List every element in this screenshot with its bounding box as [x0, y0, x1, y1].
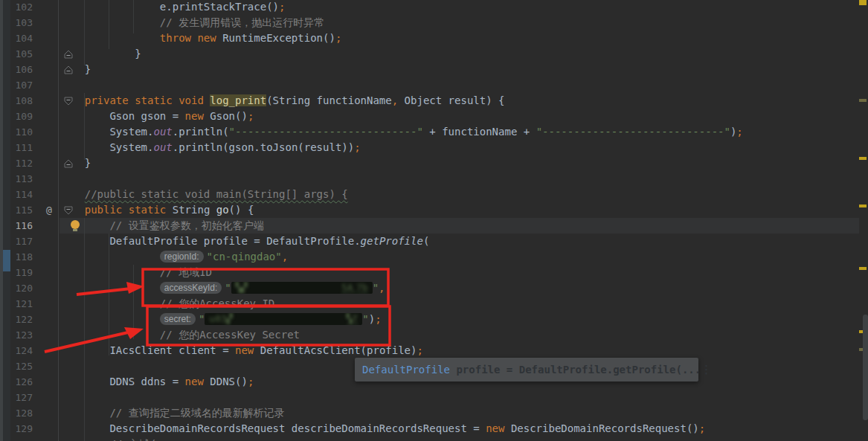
line-number[interactable]: 112 — [10, 155, 33, 171]
code-line[interactable]: // 主域名 — [60, 437, 160, 441]
code-token: Gson gson = — [109, 110, 184, 122]
code-line[interactable]: System.out.println("--------------------… — [60, 124, 743, 140]
code-token: ) — [369, 313, 375, 325]
code-token: ; — [375, 313, 381, 325]
code-token: DescribeDomainRecordsRequest() — [504, 422, 698, 434]
line-number[interactable]: 124 — [10, 343, 33, 358]
context-info-popup: DefaultProfile profile = DefaultProfile.… — [355, 358, 698, 382]
code-token: ( — [423, 235, 429, 247]
code-line[interactable]: IAcsClient client = new DefaultAcsClient… — [60, 343, 423, 358]
stripe-warning-mark[interactable] — [859, 0, 867, 5]
code-token: DefaultProfile profile = DefaultProfile. — [109, 235, 360, 247]
code-line[interactable]: DescribeDomainRecordsRequest describeDom… — [60, 421, 705, 437]
line-number[interactable]: 113 — [10, 171, 33, 187]
code-token: new — [185, 110, 204, 122]
line-number[interactable]: 123 — [10, 327, 33, 343]
code-token: .println( — [173, 126, 229, 138]
line-number[interactable]: 104 — [10, 30, 33, 46]
code-token: ; — [279, 1, 285, 13]
code-line[interactable]: // 发生调用错误，抛出运行时异常 — [60, 15, 324, 30]
code-line[interactable]: } — [60, 46, 141, 62]
code-token: , — [282, 251, 288, 263]
editor-gutter[interactable]: 1021031041051061071081091101111121131141… — [10, 0, 60, 441]
line-number[interactable]: 106 — [10, 62, 33, 77]
redacted-secret-value: ▚▞5A‸7b — [231, 282, 373, 294]
code-line[interactable]: // 设置鉴权参数，初始化客户端 — [60, 218, 264, 234]
code-line[interactable]: throw new RuntimeException(); — [60, 30, 341, 46]
line-number[interactable]: 114 — [10, 187, 33, 202]
code-token: DDNS() — [204, 376, 248, 387]
code-token: " — [225, 282, 231, 294]
left-panel-scrollbar[interactable] — [0, 0, 10, 441]
code-token: DescribeDomainRecordsRequest describeDom… — [109, 422, 486, 434]
line-number[interactable]: 110 — [10, 124, 33, 140]
code-line[interactable]: e.printStackTrace(); — [60, 0, 285, 15]
code-token: + functionName + — [423, 126, 536, 138]
vertical-scrollbar-thumb[interactable] — [863, 315, 868, 420]
code-token: , — [379, 282, 385, 294]
code-token: ; — [248, 110, 254, 122]
code-token: DefaultAcsClient(profile) — [254, 344, 417, 356]
code-line[interactable]: accessKeyId:"▚▞5A‸7b", — [60, 280, 385, 296]
code-token: RuntimeException() — [222, 32, 335, 44]
line-number[interactable]: 117 — [10, 234, 33, 249]
line-number[interactable]: 116 — [10, 218, 33, 234]
redacted-secret-value: u03▞▚T — [205, 313, 362, 325]
code-line[interactable]: // 查询指定二级域名的最新解析记录 — [60, 405, 285, 421]
line-number[interactable]: 128 — [10, 405, 33, 421]
code-token: .println(gson.toJson(result)) — [173, 141, 354, 153]
line-number[interactable]: 107 — [10, 77, 33, 93]
stripe-warning-mark[interactable] — [859, 267, 867, 270]
line-number[interactable]: 130 — [10, 437, 33, 441]
code-token: () { — [229, 204, 254, 216]
parameter-hint: secret: — [160, 313, 196, 325]
code-line[interactable]: // 地域ID — [60, 265, 212, 280]
code-token: // 查询指定二级域名的最新解析记录 — [109, 407, 284, 419]
code-line[interactable]: //public static void main(String[] args)… — [60, 187, 348, 202]
code-token: ; — [699, 422, 705, 434]
code-token: out — [153, 126, 172, 138]
line-number[interactable]: 126 — [10, 374, 33, 390]
line-number[interactable]: 118 — [10, 249, 33, 265]
line-number[interactable]: 120 — [10, 280, 33, 296]
line-number[interactable]: 122 — [10, 312, 33, 327]
code-token: // 您的AccessKey Secret — [160, 329, 300, 341]
code-line[interactable]: } — [60, 155, 91, 171]
line-number[interactable]: 105 — [10, 46, 33, 62]
line-number[interactable]: 121 — [10, 296, 33, 312]
line-number[interactable]: 111 — [10, 140, 33, 155]
line-number[interactable]: 115 — [10, 202, 33, 218]
code-line[interactable]: regionId:"cn-qingdao", — [60, 249, 288, 265]
code-line[interactable]: secret:"u03▞▚T"); — [60, 312, 382, 327]
parameter-hint: accessKeyId: — [160, 282, 222, 294]
code-token: // 发生调用错误，抛出运行时异常 — [160, 16, 324, 28]
line-number[interactable]: 125 — [10, 358, 33, 374]
code-line[interactable]: // 您的AccessKey ID — [60, 296, 274, 312]
stripe-warning-mark[interactable] — [859, 99, 867, 102]
code-token: new — [235, 344, 254, 356]
stripe-warning-mark[interactable] — [859, 157, 867, 160]
code-line[interactable]: System.out.println(gson.toJson(result)); — [60, 140, 361, 155]
line-number[interactable]: 119 — [10, 265, 33, 280]
line-number[interactable]: 129 — [10, 421, 33, 437]
line-number[interactable]: 109 — [10, 109, 33, 124]
code-token: } — [85, 157, 91, 169]
code-token: ; — [248, 376, 254, 387]
code-token: " — [362, 313, 368, 325]
line-number[interactable]: 108 — [10, 93, 33, 109]
code-token: private static void — [85, 94, 210, 106]
code-token: throw new — [160, 32, 222, 44]
line-number[interactable]: 103 — [10, 15, 33, 30]
line-number[interactable]: 127 — [10, 390, 33, 405]
code-line[interactable]: DDNS ddns = new DDNS(); — [60, 374, 254, 390]
line-number[interactable]: 102 — [10, 0, 33, 15]
stripe-warning-mark[interactable] — [859, 205, 867, 207]
code-line[interactable]: public static String go() { — [60, 202, 254, 218]
code-line[interactable]: // 您的AccessKey Secret — [60, 327, 300, 343]
code-token: go — [216, 204, 229, 216]
code-line[interactable]: DefaultProfile profile = DefaultProfile.… — [60, 234, 429, 249]
code-line[interactable]: private static void log_print(String fun… — [60, 93, 504, 109]
code-line[interactable]: } — [60, 62, 91, 77]
code-line[interactable]: Gson gson = new Gson(); — [60, 109, 254, 124]
popup-overflow-icon[interactable]: ⋮ — [701, 363, 712, 376]
